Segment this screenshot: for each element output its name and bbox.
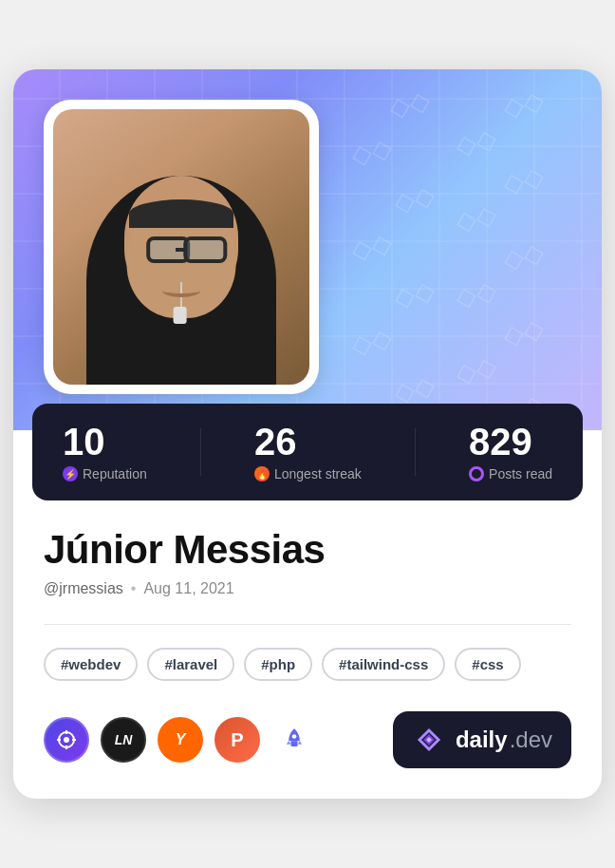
join-date: Aug 11, 2021 (143, 580, 233, 597)
tag-webdev[interactable]: #webdev (44, 648, 138, 681)
tag-php[interactable]: #php (244, 648, 312, 681)
posts-label: Posts read (469, 466, 552, 481)
daily-dev-icon (412, 723, 446, 757)
watermark-icon: ◇◇ (452, 198, 500, 238)
svg-point-1 (64, 737, 69, 743)
reputation-value: 10 (63, 423, 105, 461)
profile-card: ◇◇ ◇◇ ◇◇ ◇◇ ◇◇ ◇◇ ◇◇ ◇◇ ◇◇ ◇◇ ◇◇ ◇◇ ◇◇ ◇… (13, 69, 602, 799)
watermark-icon: ◇◇ (347, 226, 396, 267)
watermark-icon: ◇◇ (499, 160, 548, 200)
watermark-icon: ◇◇ (390, 179, 438, 219)
meta-dot: • (131, 580, 137, 597)
producthunt-icon[interactable]: P (214, 717, 260, 763)
reputation-label: ⚡ Reputation (63, 466, 147, 481)
tag-laravel[interactable]: #laravel (147, 648, 234, 681)
circle-icon (469, 466, 484, 481)
watermark-icon: ◇◇ (452, 349, 500, 390)
ph-label: P (231, 729, 243, 751)
hn-label: Y (176, 731, 186, 748)
avatar (53, 109, 309, 385)
stat-streak: 26 🔥 Longest streak (254, 423, 362, 481)
daily-dev-logo[interactable]: daily .dev (393, 711, 571, 768)
stat-divider-2 (415, 428, 416, 476)
watermark-icon: ◇◇ (452, 122, 500, 162)
daily-dev-text: daily .dev (456, 726, 552, 753)
crosshair-icon[interactable] (44, 717, 89, 763)
daily-text-main: daily (456, 726, 508, 753)
watermark-icon: ◇◇ (499, 236, 548, 276)
daily-text-dev: .dev (510, 726, 552, 753)
stat-posts: 829 Posts read (469, 423, 552, 481)
avatar-wrapper (44, 100, 319, 394)
lightning-icon: ⚡ (63, 466, 78, 481)
card-body: Júnior Messias @jrmessias • Aug 11, 2021… (13, 500, 602, 799)
social-row: LN Y P (44, 711, 571, 768)
streak-label: 🔥 Longest streak (254, 466, 362, 481)
watermark-icon: ◇◇ (347, 321, 396, 362)
watermark-icon: ◇◇ (385, 84, 434, 124)
user-meta: @jrmessias • Aug 11, 2021 (44, 580, 571, 597)
user-name: Júnior Messias (44, 527, 571, 573)
tag-css[interactable]: #css (455, 648, 520, 681)
user-handle: @jrmessias (44, 580, 123, 597)
tag-tailwind-css[interactable]: #tailwind-css (322, 648, 445, 681)
fire-icon: 🔥 (254, 466, 270, 481)
linkedin-icon[interactable]: LN (101, 717, 146, 763)
social-icons: LN Y P (44, 717, 317, 763)
watermark-icon: ◇◇ (499, 311, 548, 352)
streak-value: 26 (254, 423, 297, 461)
watermark-icon: ◇◇ (452, 274, 500, 314)
stat-divider-1 (200, 428, 201, 476)
rocket-icon[interactable] (271, 717, 317, 763)
svg-rect-6 (291, 741, 298, 746)
watermark-icon: ◇◇ (347, 131, 396, 172)
watermark-icon: ◇◇ (499, 84, 548, 124)
hackernews-icon[interactable]: Y (158, 717, 203, 763)
stats-bar: 10 ⚡ Reputation 26 🔥 Longest streak 829 … (32, 404, 583, 500)
svg-point-7 (292, 734, 297, 739)
watermark-icon: ◇◇ (390, 274, 438, 314)
ln-label: LN (115, 732, 133, 747)
stat-reputation: 10 ⚡ Reputation (63, 423, 147, 481)
tags-container: #webdev #laravel #php #tailwind-css #css (44, 648, 571, 681)
card-header: ◇◇ ◇◇ ◇◇ ◇◇ ◇◇ ◇◇ ◇◇ ◇◇ ◇◇ ◇◇ ◇◇ ◇◇ ◇◇ ◇… (13, 69, 602, 430)
posts-value: 829 (469, 423, 532, 461)
divider (44, 624, 571, 625)
